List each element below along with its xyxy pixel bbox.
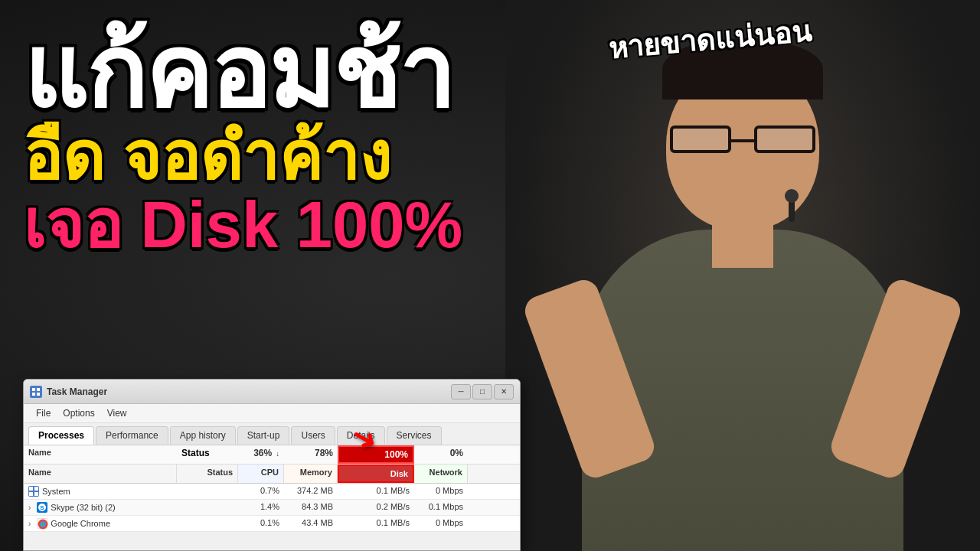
expand-icon[interactable]: › <box>28 504 31 512</box>
skype-memory: 84.3 MB <box>284 500 338 515</box>
subtitle: อืด จอดำค้าง <box>23 122 513 191</box>
menubar: File Options View <box>24 404 520 423</box>
col-name-header: Name <box>24 445 177 464</box>
table-row: System 0.7% 374.2 MB 0.1 MB/s 0 Mbps <box>24 484 520 500</box>
col-status-header: Status <box>177 445 238 464</box>
header-status[interactable]: Status <box>177 465 238 483</box>
skype-icon: S <box>37 502 47 513</box>
system-disk: 0.1 MB/s <box>338 484 414 499</box>
minimize-button[interactable]: ─ <box>451 384 471 399</box>
tab-bar: Processes Performance App history Start-… <box>24 423 520 445</box>
menu-view[interactable]: View <box>101 406 133 420</box>
svg-rect-5 <box>34 487 38 491</box>
tab-processes[interactable]: Processes <box>28 426 94 445</box>
chrome-disk: 0.1 MB/s <box>338 516 414 531</box>
svg-rect-6 <box>29 492 33 496</box>
chrome-cpu: 0.1% <box>238 516 284 531</box>
system-label: System <box>42 487 70 496</box>
svg-rect-4 <box>29 487 33 491</box>
window-controls[interactable]: ─ □ ✕ <box>451 384 514 399</box>
skype-status <box>177 500 238 515</box>
svg-point-12 <box>41 523 44 526</box>
tm-title: Task Manager <box>47 386 107 397</box>
title-left: Task Manager <box>30 386 107 398</box>
system-memory: 374.2 MB <box>284 484 338 499</box>
header-cpu[interactable]: CPU <box>238 465 284 483</box>
net-usage: 0% <box>414 445 468 464</box>
header-disk[interactable]: Disk <box>338 465 414 483</box>
usage-row: Name Status 36% ↓ 78% 100% 0% <box>24 445 520 465</box>
svg-text:S: S <box>41 504 45 511</box>
header-network[interactable]: Network <box>414 465 468 483</box>
proc-name-chrome: › Google Chrome <box>24 516 177 531</box>
header-memory[interactable]: Memory <box>284 465 338 483</box>
proc-name-system: System <box>24 484 177 499</box>
system-cpu: 0.7% <box>238 484 284 499</box>
svg-rect-1 <box>37 388 40 391</box>
chrome-label: Google Chrome <box>51 519 110 528</box>
menu-file[interactable]: File <box>30 406 57 420</box>
chrome-network: 0 Mbps <box>414 516 468 531</box>
column-headers: Name Status CPU Memory Disk Network <box>24 465 520 484</box>
svg-rect-7 <box>34 492 38 496</box>
chrome-icon <box>37 518 47 529</box>
main-title: แก้คอมช้า <box>23 23 513 122</box>
tab-app-history[interactable]: App history <box>170 426 236 445</box>
tm-icon <box>30 386 42 398</box>
system-network: 0 Mbps <box>414 484 468 499</box>
svg-rect-2 <box>32 393 35 396</box>
proc-name-skype: › S Skype (32 bit) (2) <box>24 500 177 515</box>
titlebar: Task Manager ─ □ ✕ <box>24 380 520 404</box>
skype-cpu: 1.4% <box>238 500 284 515</box>
expand-icon-chrome[interactable]: › <box>28 520 31 528</box>
skype-label: Skype (32 bit) (2) <box>51 503 115 512</box>
tab-performance[interactable]: Performance <box>96 426 168 445</box>
maximize-button[interactable]: □ <box>472 384 492 399</box>
svg-rect-3 <box>37 393 40 396</box>
skype-disk: 0.2 MB/s <box>338 500 414 515</box>
tab-services[interactable]: Services <box>387 426 442 445</box>
menu-options[interactable]: Options <box>57 406 100 420</box>
table-row: › S Skype (32 bit) (2) 1.4% 84.3 MB 0.2 … <box>24 500 520 516</box>
system-status <box>177 484 238 499</box>
cpu-usage: 36% ↓ <box>238 445 284 464</box>
close-button[interactable]: ✕ <box>494 384 514 399</box>
task-manager-window: Task Manager ─ □ ✕ File Options View Pro… <box>23 379 521 551</box>
svg-rect-0 <box>32 388 35 391</box>
person-background <box>505 0 980 551</box>
mem-usage: 78% <box>284 445 338 464</box>
disk-title: เจอ Disk 100% <box>23 191 513 259</box>
chrome-memory: 43.4 MB <box>284 516 338 531</box>
system-icon <box>28 486 39 497</box>
tab-users[interactable]: Users <box>291 426 335 445</box>
table-row: › Google Chrome 0.1% 43.4 MB 0.1 MB/s 0 … <box>24 516 520 532</box>
skype-network: 0.1 Mbps <box>414 500 468 515</box>
tab-startup[interactable]: Start-up <box>237 426 290 445</box>
header-name[interactable]: Name <box>24 465 177 483</box>
chrome-status <box>177 516 238 531</box>
